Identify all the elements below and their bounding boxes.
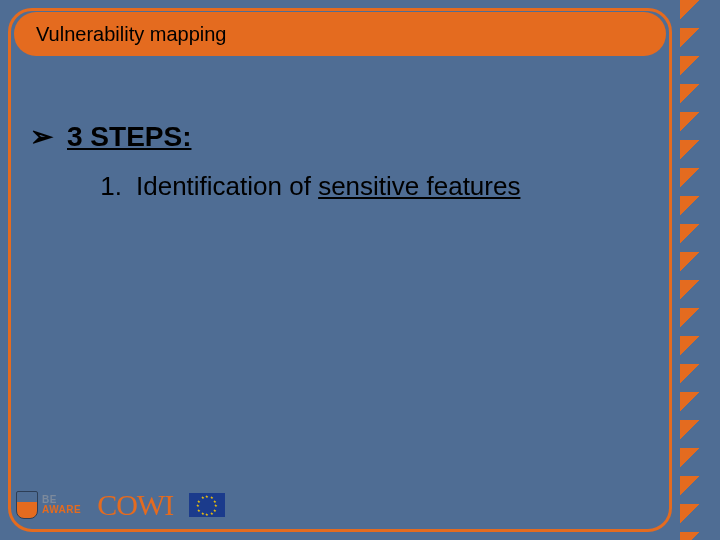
title-bar: Vulnerability mapping bbox=[14, 12, 666, 56]
logo-cowi: COWI bbox=[97, 488, 173, 522]
step-text: Identification of sensitive features bbox=[136, 171, 520, 202]
logo-strip: BE AWARE COWI ★ ★ ★ ★ ★ ★ ★ ★ ★ ★ ★ ★ bbox=[16, 488, 225, 522]
bullet-label: 3 STEPS: bbox=[67, 121, 191, 153]
shield-icon bbox=[16, 491, 38, 519]
bullet-steps: ➢ 3 STEPS: bbox=[30, 120, 650, 153]
content-area: ➢ 3 STEPS: 1. Identification of sensitiv… bbox=[30, 120, 650, 202]
slide-inner-frame bbox=[8, 8, 672, 532]
logo-eu-flag: ★ ★ ★ ★ ★ ★ ★ ★ ★ ★ ★ ★ bbox=[189, 493, 225, 517]
hatch-pattern bbox=[680, 0, 720, 540]
step-highlight: sensitive features bbox=[318, 171, 520, 201]
eu-stars: ★ ★ ★ ★ ★ ★ ★ ★ ★ ★ ★ ★ bbox=[198, 496, 216, 514]
bullet-arrow-icon: ➢ bbox=[30, 120, 53, 153]
slide: Vulnerability mapping ➢ 3 STEPS: 1. Iden… bbox=[0, 0, 720, 540]
step-number: 1. bbox=[90, 171, 122, 202]
slide-title: Vulnerability mapping bbox=[36, 23, 226, 46]
be-aware-text: BE AWARE bbox=[42, 495, 81, 515]
aware-text: AWARE bbox=[42, 504, 81, 515]
logo-be-aware: BE AWARE bbox=[16, 491, 81, 519]
step-prefix: Identification of bbox=[136, 171, 318, 201]
step-1: 1. Identification of sensitive features bbox=[90, 171, 650, 202]
right-accent-bar bbox=[680, 0, 720, 540]
